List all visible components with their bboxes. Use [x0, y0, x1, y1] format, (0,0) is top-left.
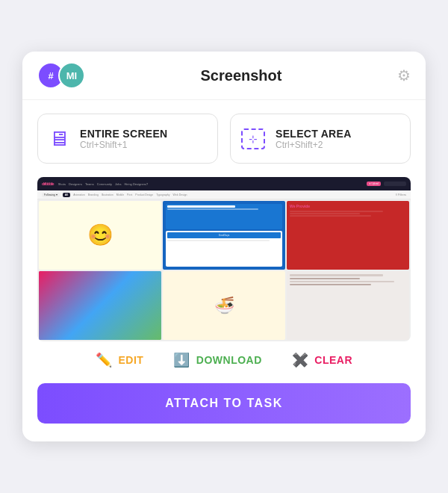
entire-screen-text: ENTIRE SCREEN Ctrl+Shift+1 — [80, 128, 167, 150]
nav-designers: Designers — [69, 182, 82, 186]
main-card: # MI Screenshot ⚙ 🖥 ENTIRE SCREEN Ctrl+S… — [22, 52, 426, 441]
avatar-mi: MI — [58, 62, 85, 89]
cell-2-content: GoodGuys — [163, 201, 285, 270]
search-bar — [384, 182, 406, 186]
select-area-shortcut: Ctrl+Shift+2 — [276, 140, 352, 150]
upload-btn: ⬆ Upload — [367, 182, 381, 186]
entire-screen-label: ENTIRE SCREEN — [80, 128, 167, 140]
dribbble-logo: dribbble — [42, 182, 54, 186]
filter-options: ≡ Filters — [396, 193, 406, 196]
filter-web: Web Design — [173, 193, 187, 196]
edit-label: EDIT — [118, 354, 143, 366]
screenshot-preview: dribbble Shots Designers Teams Community… — [37, 177, 411, 341]
filter-all: All — [63, 193, 70, 197]
grid-cell-1: 😊 — [39, 201, 161, 270]
browser-nav-links: Shots Designers Teams Community Jobs Hir… — [58, 182, 149, 186]
download-icon: ⬇️ — [173, 352, 190, 368]
avatar-group: # MI — [37, 62, 85, 89]
select-area-button[interactable]: ⊹ SELECT AREA Ctrl+Shift+2 — [230, 114, 411, 164]
capture-options: 🖥 ENTIRE SCREEN Ctrl+Shift+1 ⊹ SELECT AR… — [22, 100, 426, 177]
clear-label: CLEAR — [314, 354, 352, 366]
settings-icon[interactable]: ⚙ — [397, 66, 411, 84]
filter-animation: Animation — [73, 193, 85, 196]
filter-product: Product Design — [135, 193, 153, 196]
nav-jobs: Jobs — [115, 182, 121, 186]
cell-3-content: We Provide — [287, 201, 409, 270]
filter-bar: Following ▾ All Animation Branding Illus… — [37, 190, 411, 199]
avatar-h-symbol: # — [48, 70, 53, 81]
browser-topbar-right: ⬆ Upload — [367, 182, 406, 186]
select-area-label: SELECT AREA — [276, 128, 352, 140]
filter-illustration: Illustration — [102, 193, 113, 196]
filter-branding: Branding — [88, 193, 99, 196]
download-label: DOWNLOAD — [196, 354, 262, 366]
actions-row: ✏️ EDIT ⬇️ DOWNLOAD ✖️ CLEAR — [22, 341, 426, 371]
nav-community: Community — [97, 182, 112, 186]
filter-mobile: Mobile — [116, 193, 124, 196]
entire-screen-shortcut: Ctrl+Shift+1 — [80, 140, 167, 150]
entire-screen-button[interactable]: 🖥 ENTIRE SCREEN Ctrl+Shift+1 — [37, 114, 218, 164]
nav-teams: Teams — [85, 182, 94, 186]
browser-topbar: dribbble Shots Designers Teams Community… — [37, 177, 411, 190]
filter-following: Following ▾ — [42, 193, 60, 197]
select-area-text: SELECT AREA Ctrl+Shift+2 — [276, 128, 352, 150]
clear-icon: ✖️ — [292, 352, 309, 368]
grid-cell-6 — [287, 271, 409, 340]
edit-button[interactable]: ✏️ EDIT — [96, 352, 143, 368]
grid-cell-2: GoodGuys — [163, 201, 285, 270]
grid-cell-4 — [39, 271, 161, 340]
filter-typography: Typography — [156, 193, 169, 196]
shots-grid: 😊 GoodGuys — [37, 199, 411, 341]
grid-cell-5: 🍜 — [163, 271, 285, 340]
select-area-icon: ⊹ — [241, 128, 265, 149]
attach-to-task-button[interactable]: ATTACH TO TASK — [37, 383, 411, 424]
grid-cell-3: We Provide — [287, 201, 409, 270]
page-title: Screenshot — [201, 67, 282, 84]
nav-hiring: Hiring Designers? — [124, 182, 148, 186]
edit-icon: ✏️ — [96, 352, 113, 368]
filter-print: Print — [127, 193, 132, 196]
avatar-mi-label: MI — [66, 70, 77, 81]
smiley-emoji: 😊 — [87, 223, 113, 247]
monitor-icon: 🖥 — [49, 126, 69, 151]
header: # MI Screenshot ⚙ — [22, 52, 426, 100]
nav-shots: Shots — [58, 182, 66, 186]
browser-mock: dribbble Shots Designers Teams Community… — [37, 177, 411, 341]
clear-button[interactable]: ✖️ CLEAR — [292, 352, 352, 368]
download-button[interactable]: ⬇️ DOWNLOAD — [173, 352, 262, 368]
